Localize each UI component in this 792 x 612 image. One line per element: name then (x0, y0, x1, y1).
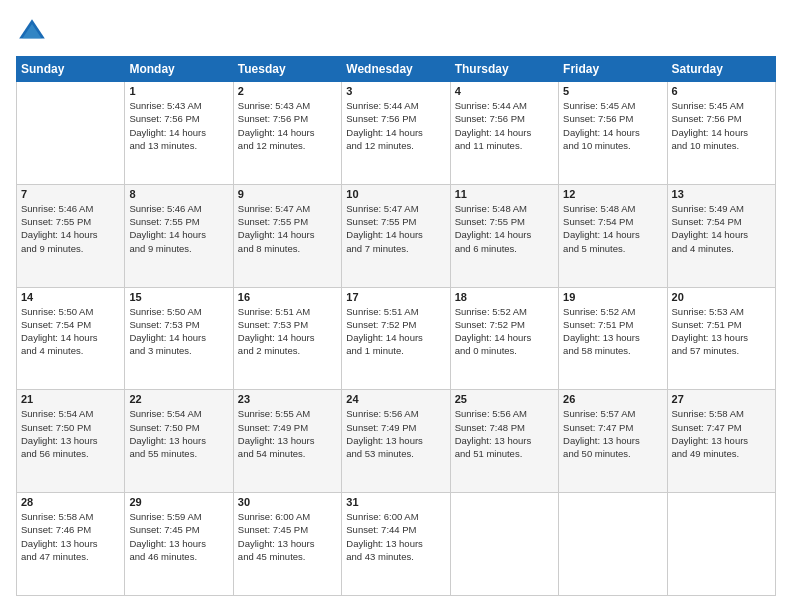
day-info: Sunrise: 5:55 AMSunset: 7:49 PMDaylight:… (238, 407, 337, 460)
calendar-cell: 2Sunrise: 5:43 AMSunset: 7:56 PMDaylight… (233, 82, 341, 185)
calendar-cell: 18Sunrise: 5:52 AMSunset: 7:52 PMDayligh… (450, 287, 558, 390)
calendar-cell: 9Sunrise: 5:47 AMSunset: 7:55 PMDaylight… (233, 184, 341, 287)
calendar-cell: 7Sunrise: 5:46 AMSunset: 7:55 PMDaylight… (17, 184, 125, 287)
day-number: 28 (21, 496, 120, 508)
calendar-week-2: 7Sunrise: 5:46 AMSunset: 7:55 PMDaylight… (17, 184, 776, 287)
calendar-cell: 27Sunrise: 5:58 AMSunset: 7:47 PMDayligh… (667, 390, 775, 493)
day-info: Sunrise: 5:56 AMSunset: 7:49 PMDaylight:… (346, 407, 445, 460)
calendar-cell: 25Sunrise: 5:56 AMSunset: 7:48 PMDayligh… (450, 390, 558, 493)
day-number: 23 (238, 393, 337, 405)
day-number: 26 (563, 393, 662, 405)
calendar-cell: 14Sunrise: 5:50 AMSunset: 7:54 PMDayligh… (17, 287, 125, 390)
calendar-week-1: 1Sunrise: 5:43 AMSunset: 7:56 PMDaylight… (17, 82, 776, 185)
calendar-cell: 13Sunrise: 5:49 AMSunset: 7:54 PMDayligh… (667, 184, 775, 287)
day-number: 22 (129, 393, 228, 405)
day-info: Sunrise: 6:00 AMSunset: 7:44 PMDaylight:… (346, 510, 445, 563)
calendar-week-4: 21Sunrise: 5:54 AMSunset: 7:50 PMDayligh… (17, 390, 776, 493)
day-number: 21 (21, 393, 120, 405)
calendar-cell: 5Sunrise: 5:45 AMSunset: 7:56 PMDaylight… (559, 82, 667, 185)
calendar-week-5: 28Sunrise: 5:58 AMSunset: 7:46 PMDayligh… (17, 493, 776, 596)
calendar-header-wednesday: Wednesday (342, 57, 450, 82)
day-number: 6 (672, 85, 771, 97)
calendar-header-friday: Friday (559, 57, 667, 82)
calendar-cell: 15Sunrise: 5:50 AMSunset: 7:53 PMDayligh… (125, 287, 233, 390)
calendar-cell: 21Sunrise: 5:54 AMSunset: 7:50 PMDayligh… (17, 390, 125, 493)
calendar-cell: 24Sunrise: 5:56 AMSunset: 7:49 PMDayligh… (342, 390, 450, 493)
day-number: 7 (21, 188, 120, 200)
calendar-header-tuesday: Tuesday (233, 57, 341, 82)
calendar-cell: 10Sunrise: 5:47 AMSunset: 7:55 PMDayligh… (342, 184, 450, 287)
day-info: Sunrise: 5:43 AMSunset: 7:56 PMDaylight:… (129, 99, 228, 152)
calendar-cell: 23Sunrise: 5:55 AMSunset: 7:49 PMDayligh… (233, 390, 341, 493)
day-info: Sunrise: 5:54 AMSunset: 7:50 PMDaylight:… (21, 407, 120, 460)
logo (16, 16, 52, 48)
calendar-cell: 31Sunrise: 6:00 AMSunset: 7:44 PMDayligh… (342, 493, 450, 596)
day-number: 25 (455, 393, 554, 405)
calendar-cell (667, 493, 775, 596)
calendar-cell: 16Sunrise: 5:51 AMSunset: 7:53 PMDayligh… (233, 287, 341, 390)
day-info: Sunrise: 6:00 AMSunset: 7:45 PMDaylight:… (238, 510, 337, 563)
calendar-cell: 12Sunrise: 5:48 AMSunset: 7:54 PMDayligh… (559, 184, 667, 287)
calendar-cell: 3Sunrise: 5:44 AMSunset: 7:56 PMDaylight… (342, 82, 450, 185)
day-number: 4 (455, 85, 554, 97)
day-info: Sunrise: 5:50 AMSunset: 7:54 PMDaylight:… (21, 305, 120, 358)
calendar-cell: 1Sunrise: 5:43 AMSunset: 7:56 PMDaylight… (125, 82, 233, 185)
calendar-cell: 30Sunrise: 6:00 AMSunset: 7:45 PMDayligh… (233, 493, 341, 596)
day-info: Sunrise: 5:54 AMSunset: 7:50 PMDaylight:… (129, 407, 228, 460)
page: SundayMondayTuesdayWednesdayThursdayFrid… (0, 0, 792, 612)
day-number: 8 (129, 188, 228, 200)
calendar-cell: 29Sunrise: 5:59 AMSunset: 7:45 PMDayligh… (125, 493, 233, 596)
calendar-table: SundayMondayTuesdayWednesdayThursdayFrid… (16, 56, 776, 596)
day-info: Sunrise: 5:47 AMSunset: 7:55 PMDaylight:… (238, 202, 337, 255)
calendar-cell: 20Sunrise: 5:53 AMSunset: 7:51 PMDayligh… (667, 287, 775, 390)
day-info: Sunrise: 5:44 AMSunset: 7:56 PMDaylight:… (455, 99, 554, 152)
day-number: 9 (238, 188, 337, 200)
day-info: Sunrise: 5:57 AMSunset: 7:47 PMDaylight:… (563, 407, 662, 460)
calendar-cell (559, 493, 667, 596)
day-info: Sunrise: 5:51 AMSunset: 7:52 PMDaylight:… (346, 305, 445, 358)
day-info: Sunrise: 5:48 AMSunset: 7:55 PMDaylight:… (455, 202, 554, 255)
day-number: 5 (563, 85, 662, 97)
day-info: Sunrise: 5:52 AMSunset: 7:52 PMDaylight:… (455, 305, 554, 358)
day-info: Sunrise: 5:45 AMSunset: 7:56 PMDaylight:… (563, 99, 662, 152)
day-number: 11 (455, 188, 554, 200)
calendar-header-sunday: Sunday (17, 57, 125, 82)
day-info: Sunrise: 5:50 AMSunset: 7:53 PMDaylight:… (129, 305, 228, 358)
day-info: Sunrise: 5:51 AMSunset: 7:53 PMDaylight:… (238, 305, 337, 358)
calendar-header-thursday: Thursday (450, 57, 558, 82)
day-number: 13 (672, 188, 771, 200)
day-number: 16 (238, 291, 337, 303)
calendar-cell (450, 493, 558, 596)
day-info: Sunrise: 5:52 AMSunset: 7:51 PMDaylight:… (563, 305, 662, 358)
day-number: 10 (346, 188, 445, 200)
day-info: Sunrise: 5:56 AMSunset: 7:48 PMDaylight:… (455, 407, 554, 460)
day-number: 31 (346, 496, 445, 508)
day-number: 29 (129, 496, 228, 508)
day-number: 30 (238, 496, 337, 508)
calendar-header-saturday: Saturday (667, 57, 775, 82)
calendar-cell: 4Sunrise: 5:44 AMSunset: 7:56 PMDaylight… (450, 82, 558, 185)
calendar-cell: 6Sunrise: 5:45 AMSunset: 7:56 PMDaylight… (667, 82, 775, 185)
day-number: 24 (346, 393, 445, 405)
day-info: Sunrise: 5:46 AMSunset: 7:55 PMDaylight:… (129, 202, 228, 255)
calendar-cell: 11Sunrise: 5:48 AMSunset: 7:55 PMDayligh… (450, 184, 558, 287)
day-info: Sunrise: 5:59 AMSunset: 7:45 PMDaylight:… (129, 510, 228, 563)
calendar-cell: 26Sunrise: 5:57 AMSunset: 7:47 PMDayligh… (559, 390, 667, 493)
day-number: 2 (238, 85, 337, 97)
day-info: Sunrise: 5:46 AMSunset: 7:55 PMDaylight:… (21, 202, 120, 255)
calendar-cell: 8Sunrise: 5:46 AMSunset: 7:55 PMDaylight… (125, 184, 233, 287)
calendar-cell: 28Sunrise: 5:58 AMSunset: 7:46 PMDayligh… (17, 493, 125, 596)
day-number: 3 (346, 85, 445, 97)
logo-icon (16, 16, 48, 48)
calendar-week-3: 14Sunrise: 5:50 AMSunset: 7:54 PMDayligh… (17, 287, 776, 390)
day-info: Sunrise: 5:45 AMSunset: 7:56 PMDaylight:… (672, 99, 771, 152)
day-info: Sunrise: 5:58 AMSunset: 7:46 PMDaylight:… (21, 510, 120, 563)
day-info: Sunrise: 5:53 AMSunset: 7:51 PMDaylight:… (672, 305, 771, 358)
day-info: Sunrise: 5:47 AMSunset: 7:55 PMDaylight:… (346, 202, 445, 255)
day-info: Sunrise: 5:49 AMSunset: 7:54 PMDaylight:… (672, 202, 771, 255)
day-info: Sunrise: 5:43 AMSunset: 7:56 PMDaylight:… (238, 99, 337, 152)
calendar-cell: 22Sunrise: 5:54 AMSunset: 7:50 PMDayligh… (125, 390, 233, 493)
calendar-header-monday: Monday (125, 57, 233, 82)
day-number: 27 (672, 393, 771, 405)
day-number: 19 (563, 291, 662, 303)
